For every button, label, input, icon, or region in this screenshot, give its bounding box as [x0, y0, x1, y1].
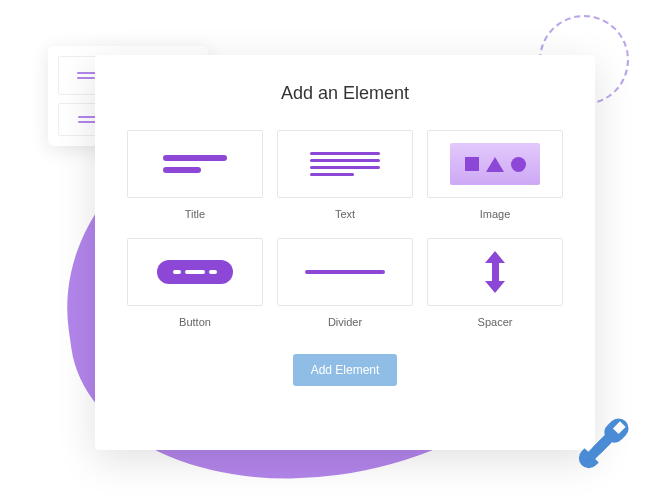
element-card-title[interactable]: Title	[127, 130, 263, 224]
element-label: Title	[185, 208, 205, 220]
add-element-panel: Add an Element Title Text Image Button	[95, 55, 595, 450]
element-label: Divider	[328, 316, 362, 328]
element-grid: Title Text Image Button Divider	[127, 130, 563, 332]
spacer-icon	[483, 250, 507, 294]
element-label: Button	[179, 316, 211, 328]
wrench-icon	[565, 406, 641, 482]
element-preview	[277, 130, 413, 198]
image-icon	[450, 143, 540, 185]
add-element-button[interactable]: Add Element	[293, 354, 398, 386]
title-icon	[163, 155, 227, 173]
button-icon	[157, 260, 233, 284]
element-label: Text	[335, 208, 355, 220]
element-preview	[127, 130, 263, 198]
element-preview	[427, 238, 563, 306]
divider-icon	[305, 270, 385, 274]
element-card-spacer[interactable]: Spacer	[427, 238, 563, 332]
element-preview	[127, 238, 263, 306]
element-preview	[277, 238, 413, 306]
element-label: Spacer	[478, 316, 513, 328]
text-icon	[310, 152, 380, 176]
panel-title: Add an Element	[281, 83, 409, 104]
element-card-text[interactable]: Text	[277, 130, 413, 224]
element-label: Image	[480, 208, 511, 220]
element-card-button[interactable]: Button	[127, 238, 263, 332]
element-card-divider[interactable]: Divider	[277, 238, 413, 332]
element-card-image[interactable]: Image	[427, 130, 563, 224]
element-preview	[427, 130, 563, 198]
